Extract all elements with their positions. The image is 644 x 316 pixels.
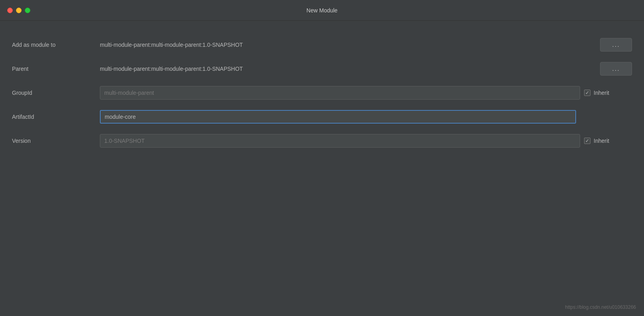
footer: https://blog.csdn.net/u010633266 <box>565 303 636 310</box>
new-module-dialog: New Module Add as module to multi-module… <box>0 0 644 316</box>
add-as-module-value: multi-module-parent:multi-module-parent:… <box>100 42 592 48</box>
version-input-group: Inherit <box>100 134 632 148</box>
group-id-label: GroupId <box>12 90 92 96</box>
title-bar: New Module <box>0 0 644 21</box>
add-as-module-browse-button[interactable]: ... <box>600 38 632 52</box>
group-id-inherit-checkbox[interactable] <box>584 90 590 96</box>
version-inherit-checkbox[interactable] <box>584 138 590 144</box>
version-inherit-section: Inherit <box>584 138 632 144</box>
version-label: Version <box>12 138 92 144</box>
group-id-row: GroupId Inherit <box>12 81 632 105</box>
footer-link[interactable]: https://blog.csdn.net/u010633266 <box>565 304 636 310</box>
group-id-input-group: Inherit <box>100 86 632 100</box>
maximize-button[interactable] <box>25 8 30 13</box>
form-content: Add as module to multi-module-parent:mul… <box>0 21 644 316</box>
artifact-id-label: ArtifactId <box>12 114 92 120</box>
parent-row: Parent multi-module-parent:multi-module-… <box>12 57 632 81</box>
minimize-button[interactable] <box>16 8 22 13</box>
version-row: Version Inherit <box>12 129 632 153</box>
group-id-inherit-label: Inherit <box>594 90 609 96</box>
add-as-module-row: Add as module to multi-module-parent:mul… <box>12 33 632 57</box>
parent-value: multi-module-parent:multi-module-parent:… <box>100 66 592 72</box>
group-id-input[interactable] <box>100 86 580 100</box>
artifact-id-input[interactable] <box>100 110 576 124</box>
version-inherit-label: Inherit <box>594 138 609 144</box>
parent-label: Parent <box>12 66 92 72</box>
window-title: New Module <box>306 7 338 14</box>
add-as-module-label: Add as module to <box>12 42 92 48</box>
parent-browse-button[interactable]: ... <box>600 62 632 76</box>
version-input[interactable] <box>100 134 580 148</box>
artifact-id-row: ArtifactId <box>12 105 632 129</box>
close-button[interactable] <box>7 8 13 13</box>
group-id-inherit-section: Inherit <box>584 90 632 96</box>
traffic-lights <box>7 8 30 13</box>
